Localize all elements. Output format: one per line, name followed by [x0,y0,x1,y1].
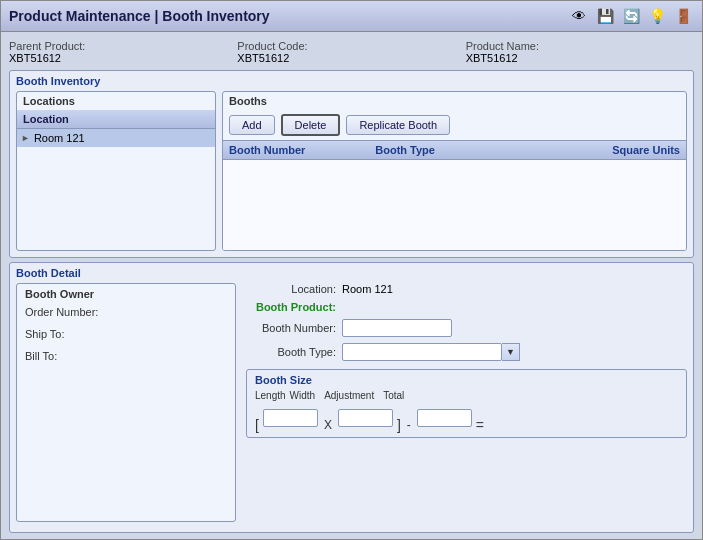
booth-type-select-wrap: ▼ [342,343,520,361]
equals-op: = [476,417,484,433]
parent-product-label: Parent Product: [9,40,237,52]
save-icon[interactable]: 💾 [594,5,616,27]
locations-list: ► Room 121 [17,129,215,250]
order-number-label: Order Number: [25,306,227,318]
booths-panel-title: Booths [223,92,686,110]
total-label: Total [383,390,404,401]
booth-type-row: Booth Type: ▼ [246,343,687,361]
booth-inventory-title: Booth Inventory [16,75,687,87]
length-col: Length [255,390,286,403]
width-input[interactable] [338,409,393,427]
locations-panel: Locations Location ► Room 121 [16,91,216,251]
booth-number-label: Booth Number: [246,322,336,334]
parent-product-field: Parent Product: XBT51612 [9,40,237,64]
booth-number-input[interactable] [342,319,452,337]
parent-product-value: XBT51612 [9,52,237,64]
booth-number-header: Booth Number [229,144,375,156]
close-bracket: ] [397,417,401,433]
booth-detail-body: Booth Owner Order Number: Ship To: Bill … [16,283,687,522]
booth-owner-title: Booth Owner [25,288,227,300]
product-name-field: Product Name: XBT51612 [466,40,694,64]
page-title: Product Maintenance | Booth Inventory [9,8,270,24]
product-name-label: Product Name: [466,40,694,52]
toolbar-icons: 👁 💾 🔄 💡 🚪 [568,5,694,27]
booth-type-label: Booth Type: [246,346,336,358]
locations-panel-title: Locations [17,92,215,110]
bill-to-field: Bill To: [25,350,227,362]
booth-size-title: Booth Size [255,374,678,386]
location-label: Location: [246,283,336,295]
ship-to-label: Ship To: [25,328,227,340]
booth-owner-panel: Booth Owner Order Number: Ship To: Bill … [16,283,236,522]
booth-inventory-body: Locations Location ► Room 121 Booths Add [16,91,687,251]
product-info: Parent Product: XBT51612 Product Code: X… [9,38,694,66]
booth-type-select[interactable] [342,343,502,361]
logout-icon[interactable]: 🚪 [672,5,694,27]
booth-type-header: Booth Type [375,144,558,156]
location-name: Room 121 [34,132,85,144]
booth-right-panel: Location: Room 121 Booth Product: Booth … [246,283,687,522]
width-label: Width [290,390,316,401]
booth-detail-title: Booth Detail [16,267,687,279]
locations-header: Location [17,110,215,129]
product-name-value: XBT51612 [466,52,694,64]
chevron-down-icon[interactable]: ▼ [502,343,520,361]
ship-to-field: Ship To: [25,328,227,340]
booth-inventory-section: Booth Inventory Locations Location ► Roo… [9,70,694,258]
booths-panel: Booths Add Delete Replicate Booth Booth … [222,91,687,251]
list-item[interactable]: ► Room 121 [17,129,215,147]
replicate-booth-button[interactable]: Replicate Booth [346,115,450,135]
delete-button[interactable]: Delete [281,114,341,136]
content-area: Parent Product: XBT51612 Product Code: X… [1,32,702,539]
product-code-label: Product Code: [237,40,465,52]
multiply-op: X [324,418,332,432]
refresh-icon[interactable]: 🔄 [620,5,642,27]
eye-icon[interactable]: 👁 [568,5,590,27]
booth-size-row: Length Width Adjustment Total [255,390,678,403]
location-row: Location: Room 121 [246,283,687,295]
length-label: Length [255,390,286,401]
bill-to-label: Bill To: [25,350,227,362]
booth-detail-section: Booth Detail Booth Owner Order Number: S… [9,262,694,533]
adjustment-label: Adjustment [324,390,374,401]
product-code-value: XBT51612 [237,52,465,64]
location-value: Room 121 [342,283,393,295]
adjustment-input[interactable] [417,409,472,427]
square-units-header: Square Units [558,144,680,156]
product-code-field: Product Code: XBT51612 [237,40,465,64]
width-col: Width [290,390,316,403]
booth-product-row: Booth Product: [246,301,687,313]
adjustment-col: Adjustment [319,390,379,403]
booth-size-inputs-row: [ X ] - = [255,403,678,433]
booth-number-row: Booth Number: [246,319,687,337]
order-number-field: Order Number: [25,306,227,318]
length-input[interactable] [263,409,318,427]
help-icon[interactable]: 💡 [646,5,668,27]
open-bracket: [ [255,417,259,433]
minus-op: - [407,418,411,432]
total-col: Total [383,390,404,403]
booth-size-section: Booth Size Length Width Adjustment [246,369,687,438]
booths-buttons: Add Delete Replicate Booth [223,110,686,140]
booths-table-header: Booth Number Booth Type Square Units [223,140,686,160]
booths-body [223,160,686,250]
booth-product-label: Booth Product: [246,301,336,313]
arrow-icon: ► [21,133,30,143]
title-bar: Product Maintenance | Booth Inventory 👁 … [1,1,702,32]
add-button[interactable]: Add [229,115,275,135]
main-window: Product Maintenance | Booth Inventory 👁 … [0,0,703,540]
